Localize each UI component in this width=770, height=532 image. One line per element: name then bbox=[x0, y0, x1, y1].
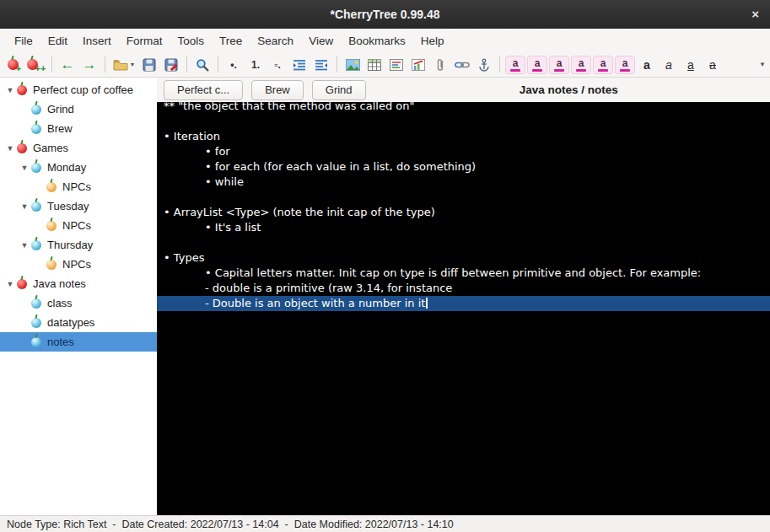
text-cursor bbox=[426, 298, 428, 309]
editor-line[interactable] bbox=[157, 190, 770, 205]
menu-tools[interactable]: Tools bbox=[170, 31, 213, 51]
find-button[interactable] bbox=[192, 54, 213, 76]
tree-node-brew[interactable]: Brew bbox=[0, 119, 157, 138]
insert-image-button[interactable] bbox=[342, 54, 363, 76]
insert-link-button[interactable] bbox=[452, 54, 472, 76]
recent-node-button-brew[interactable]: Brew bbox=[251, 80, 304, 100]
tree-node-grind[interactable]: Grind bbox=[0, 99, 157, 119]
strikethrough-button[interactable]: a bbox=[703, 54, 723, 76]
tree-node-label: Games bbox=[33, 142, 68, 154]
menu-file[interactable]: File bbox=[7, 31, 40, 51]
recent-node-button-grind[interactable]: Grind bbox=[312, 80, 366, 100]
toolbar: + ++ ← → ▼ •. 1. ▫. bbox=[0, 52, 770, 78]
editor-line[interactable]: • while bbox=[157, 175, 770, 190]
new-node-button[interactable]: + bbox=[4, 54, 24, 76]
editor-line[interactable]: • Iteration bbox=[157, 129, 770, 144]
tree-node-datatypes[interactable]: datatypes bbox=[0, 313, 157, 332]
color-foreground-button[interactable]: a bbox=[505, 56, 525, 74]
h1-button[interactable]: a bbox=[549, 56, 569, 74]
cherry-teal-icon bbox=[31, 240, 41, 250]
go-forward-button[interactable]: → bbox=[79, 54, 100, 76]
tree-node-npcs[interactable]: NPCs bbox=[0, 255, 157, 274]
editor-line[interactable] bbox=[157, 235, 770, 250]
bold-button[interactable]: a bbox=[637, 54, 657, 76]
editor-line[interactable] bbox=[157, 114, 770, 129]
new-subnode-button[interactable]: ++ bbox=[26, 54, 46, 76]
editor-line[interactable]: ** "the object that the method was calle… bbox=[157, 102, 770, 114]
cherry-orange-icon bbox=[46, 260, 57, 270]
rich-text-editor[interactable]: ** "the object that the method was calle… bbox=[157, 102, 770, 515]
small-text-button[interactable]: a bbox=[615, 56, 635, 74]
status-bar: Node Type: Rich Text - Date Created: 202… bbox=[0, 515, 770, 532]
insert-chart-button[interactable] bbox=[408, 54, 428, 76]
go-back-button[interactable]: ← bbox=[57, 54, 78, 76]
menu-search[interactable]: Search bbox=[250, 31, 301, 51]
todo-list-icon: ▫. bbox=[274, 59, 281, 71]
cherry-teal-icon bbox=[31, 202, 41, 212]
insert-codebox-button[interactable] bbox=[386, 54, 407, 76]
h2-button[interactable]: a bbox=[571, 56, 591, 74]
cherry-red-icon bbox=[17, 143, 27, 153]
close-icon[interactable]: × bbox=[751, 7, 759, 22]
menu-edit[interactable]: Edit bbox=[40, 31, 75, 51]
toolbar-separator bbox=[499, 56, 500, 73]
expander-icon[interactable]: ▼ bbox=[18, 164, 31, 172]
color-background-button[interactable]: a bbox=[527, 56, 547, 74]
unindent-button[interactable] bbox=[311, 54, 331, 76]
editor-line-current[interactable]: - Double is an object with a number in i… bbox=[157, 296, 770, 311]
tree-node-label: Tuesday bbox=[47, 200, 89, 212]
italic-button[interactable]: a bbox=[659, 54, 679, 76]
insert-table-button[interactable] bbox=[364, 54, 385, 76]
attach-file-button[interactable] bbox=[430, 54, 450, 76]
bullet-list-button[interactable]: •. bbox=[223, 54, 244, 76]
cherry-red-icon bbox=[17, 279, 27, 289]
tree-node-label: Perfect cup of coffee bbox=[33, 83, 133, 96]
menu-view[interactable]: View bbox=[301, 31, 341, 51]
toolbar-separator bbox=[218, 56, 218, 73]
tree-node-java-notes[interactable]: ▼ Java notes bbox=[0, 274, 157, 293]
menu-tree[interactable]: Tree bbox=[212, 31, 250, 51]
numbered-list-button[interactable]: 1. bbox=[245, 54, 266, 76]
tree-node-monday[interactable]: ▼ Monday bbox=[0, 158, 157, 177]
editor-line[interactable]: • It's a list bbox=[157, 220, 770, 235]
tree-node-thursday[interactable]: ▼ Thursday bbox=[0, 235, 157, 255]
tree-node-games[interactable]: ▼ Games bbox=[0, 138, 157, 158]
unindent-icon bbox=[315, 59, 328, 71]
tree-node-tuesday[interactable]: ▼ Tuesday bbox=[0, 196, 157, 216]
open-file-button[interactable]: ▼ bbox=[110, 54, 137, 76]
toolbar-overflow-icon[interactable]: ▼ bbox=[759, 61, 766, 68]
menu-bookmarks[interactable]: Bookmarks bbox=[341, 31, 413, 51]
tree-node-class[interactable]: class bbox=[0, 293, 157, 313]
editor-line[interactable]: • for each (for each value in a list, do… bbox=[157, 159, 770, 175]
save-button[interactable] bbox=[139, 54, 159, 76]
tree-node-npcs[interactable]: NPCs bbox=[0, 177, 157, 196]
strikethrough-icon: a bbox=[709, 58, 716, 72]
recent-node-button-perfect-cup[interactable]: Perfect c... bbox=[164, 80, 243, 100]
editor-text: ** "the object that the method was calle… bbox=[157, 102, 770, 311]
todo-list-button[interactable]: ▫. bbox=[267, 54, 288, 76]
insert-anchor-button[interactable] bbox=[474, 54, 494, 76]
h3-button[interactable]: a bbox=[593, 56, 613, 74]
menu-help[interactable]: Help bbox=[413, 31, 452, 51]
expander-icon[interactable]: ▼ bbox=[18, 241, 31, 250]
expander-icon[interactable]: ▼ bbox=[3, 280, 17, 288]
tree-node-perfect-cup-of-coffee[interactable]: ▼ Perfect cup of coffee bbox=[0, 80, 157, 99]
underline-button[interactable]: a bbox=[681, 54, 701, 76]
tree-node-npcs[interactable]: NPCs bbox=[0, 216, 157, 235]
handle-indent-button[interactable] bbox=[289, 54, 310, 76]
menu-insert[interactable]: Insert bbox=[75, 31, 119, 51]
expander-icon[interactable]: ▼ bbox=[3, 86, 17, 94]
save-as-button[interactable] bbox=[161, 54, 181, 76]
new-subnode-icon bbox=[27, 59, 38, 70]
expander-icon[interactable]: ▼ bbox=[18, 202, 31, 211]
editor-line[interactable]: • Capital letters matter. Init cap on ty… bbox=[157, 266, 770, 281]
menu-format[interactable]: Format bbox=[119, 31, 170, 51]
editor-line[interactable]: - double is a primitive (raw 3.14, for i… bbox=[157, 281, 770, 296]
editor-line[interactable]: • for bbox=[157, 144, 770, 159]
editor-line[interactable]: • ArrayList <Type> (note the init cap of… bbox=[157, 205, 770, 220]
toolbar-separator bbox=[337, 56, 337, 73]
cherry-orange-icon bbox=[46, 221, 57, 231]
editor-line[interactable]: • Types bbox=[157, 250, 770, 266]
tree-node-notes-selected[interactable]: notes bbox=[0, 332, 157, 352]
expander-icon[interactable]: ▼ bbox=[3, 144, 17, 153]
